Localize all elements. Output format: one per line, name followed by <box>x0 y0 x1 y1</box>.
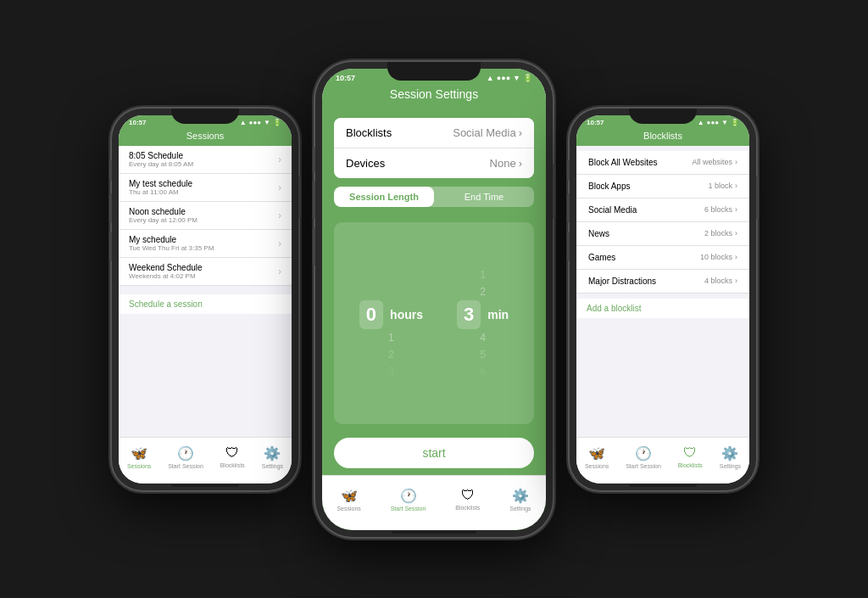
start-icon-right: 🕐 <box>635 445 652 461</box>
blocklist-item-3[interactable]: News 2 blocks › <box>576 222 749 246</box>
left-phone: 10:57 ▲ ●●● ▼ 🔋 Sessions 8:05 Schedule E… <box>112 109 298 490</box>
middle-screen: 10:57 ▲ ●●● ▼ 🔋 Session Settings Blockli… <box>322 69 546 530</box>
blocklists-label: Blocklists <box>346 126 392 139</box>
blocklist-val-2: 6 blocks › <box>704 205 737 214</box>
settings-icon-right: ⚙️ <box>721 445 738 461</box>
devices-row[interactable]: Devices None › <box>334 148 534 178</box>
tab-start-session[interactable]: 🕐 Start Session <box>168 445 203 469</box>
add-blocklist-action[interactable]: Add a blocklist <box>576 299 749 318</box>
blocklist-val-5: 4 blocks › <box>704 277 737 285</box>
devices-value: None › <box>490 157 522 170</box>
right-phone: 10:57 ▲ ●●● ▼ 🔋 Blocklists Block All Web… <box>570 109 756 490</box>
sessions-icon: 🦋 <box>131 445 147 461</box>
chevron-icon: › <box>278 182 281 193</box>
tab-label-sessions-right: Sessions <box>585 463 609 469</box>
home-indicator-middle <box>392 531 476 534</box>
tab-sessions[interactable]: 🦋 Sessions <box>127 445 151 469</box>
list-item[interactable]: Noon schedule Every day at 12:00 PM › <box>119 202 292 230</box>
left-screen: 10:57 ▲ ●●● ▼ 🔋 Sessions 8:05 Schedule E… <box>119 115 292 483</box>
tab-settings-right[interactable]: ⚙️ Settings <box>720 445 741 469</box>
tab-bar-middle: 🦋 Sessions 🕐 Start Session 🛡 Blocklists … <box>322 475 546 530</box>
hours-main-group: 0 <box>359 300 383 329</box>
tab-sessions-mid[interactable]: 🦋 Sessions <box>337 488 360 511</box>
left-header: Sessions <box>119 128 292 146</box>
status-icons-right: ▲ ●●● ▼ 🔋 <box>698 119 739 126</box>
tab-sessions-right[interactable]: 🦋 Sessions <box>585 445 609 469</box>
mins-below-3: 6 <box>480 363 486 380</box>
hours-picker[interactable]: 0 hours 1 2 3 <box>359 266 423 380</box>
sessions-icon-mid: 🦋 <box>341 488 358 504</box>
tab-label-start-right: Start Session <box>626 463 661 469</box>
blocklists-icon-right: 🛡 <box>683 445 697 461</box>
hours-below-1: 1 <box>388 329 394 346</box>
mins-below-1: 4 <box>480 329 486 346</box>
tab-label-settings-right: Settings <box>720 463 741 469</box>
blocklist-item-1[interactable]: Block Apps 1 block › <box>576 175 749 198</box>
separator <box>119 286 292 294</box>
middle-phone: 10:57 ▲ ●●● ▼ 🔋 Session Settings Blockli… <box>315 62 553 537</box>
list-item[interactable]: Weekend Schedule Weekends at 4:02 PM › <box>119 258 292 286</box>
notch-right <box>629 109 697 124</box>
schedule-action[interactable]: Schedule a session <box>119 294 292 314</box>
blocklist-val-1: 1 block › <box>708 182 737 190</box>
tab-label-start-mid: Start Session <box>391 506 426 511</box>
chevron-icon: › <box>735 229 737 238</box>
left-content: 8:05 Schedule Every day at 8:05 AM › My … <box>119 146 292 483</box>
mins-label: min <box>487 308 509 321</box>
schedule-sub-1: Thu at 11:00 AM <box>129 188 192 196</box>
session-toggle-group: Session Length End Time <box>334 187 534 207</box>
hours-value: 0 <box>366 302 376 327</box>
mins-value: 3 <box>464 302 474 327</box>
tab-bar-right: 🦋 Sessions 🕐 Start Session 🛡 Blocklists … <box>576 437 749 483</box>
picker-area[interactable]: 0 hours 1 2 3 1 2 <box>334 222 534 424</box>
tab-label-settings-mid: Settings <box>509 506 531 511</box>
list-item[interactable]: My test schedule Thu at 11:00 AM › <box>119 174 292 202</box>
status-time-left: 10:57 <box>129 119 146 126</box>
right-screen: 10:57 ▲ ●●● ▼ 🔋 Blocklists Block All Web… <box>576 115 749 483</box>
notch-left <box>171 109 239 124</box>
chevron-icon: › <box>278 210 281 221</box>
blocklist-item-2[interactable]: Social Media 6 blocks › <box>576 198 749 222</box>
mins-above-2: 2 <box>480 283 486 300</box>
toggle-end-time[interactable]: End Time <box>434 187 534 207</box>
tab-start-session-right[interactable]: 🕐 Start Session <box>626 445 661 469</box>
toggle-session-length[interactable]: Session Length <box>334 187 434 207</box>
hours-below-2: 2 <box>388 346 394 363</box>
tab-label-blocklists-mid: Blocklists <box>455 505 480 511</box>
schedule-title-0: 8:05 Schedule <box>129 151 193 160</box>
blocklists-row[interactable]: Blocklists Social Media › <box>334 118 534 148</box>
tab-start-session-mid[interactable]: 🕐 Start Session <box>391 488 426 511</box>
list-item[interactable]: 8:05 Schedule Every day at 8:05 AM › <box>119 146 292 174</box>
mins-above-1: 1 <box>480 266 486 283</box>
right-header: Blocklists <box>576 128 749 146</box>
blocklist-item-4[interactable]: Games 10 blocks › <box>576 246 749 270</box>
chevron-icon: › <box>278 265 281 277</box>
tab-blocklists[interactable]: 🛡 Blocklists <box>220 445 245 468</box>
tab-bar-left: 🦋 Sessions 🕐 Start Session 🛡 Blocklists … <box>119 437 292 483</box>
tab-settings-mid[interactable]: ⚙️ Settings <box>509 488 531 511</box>
tab-label-blocklists-right: Blocklists <box>678 462 703 468</box>
blocklist-item-0[interactable]: Block All Websites All websites › <box>576 151 749 175</box>
notch-middle <box>387 62 481 81</box>
right-content: Block All Websites All websites › Block … <box>576 146 749 483</box>
blocklist-item-5[interactable]: Major Distractions 4 blocks › <box>576 270 749 293</box>
chevron-icon: › <box>519 126 522 139</box>
status-icons-left: ▲ ●●● ▼ 🔋 <box>240 119 281 126</box>
settings-icon-mid: ⚙️ <box>512 488 529 504</box>
start-session-icon: 🕐 <box>177 445 194 461</box>
blocklists-value: Social Media › <box>453 126 522 139</box>
tab-label-settings: Settings <box>262 463 283 469</box>
phones-container: 10:57 ▲ ●●● ▼ 🔋 Sessions 8:05 Schedule E… <box>95 45 773 554</box>
tab-label-start: Start Session <box>168 463 203 469</box>
mins-picker[interactable]: 1 2 3 min 4 5 6 <box>457 266 509 380</box>
schedule-title-1: My test schedule <box>129 179 192 188</box>
blocklist-val-3: 2 blocks › <box>704 229 737 238</box>
tab-blocklists-right[interactable]: 🛡 Blocklists <box>678 445 703 468</box>
settings-icon: ⚙️ <box>264 445 281 461</box>
devices-label: Devices <box>346 157 385 170</box>
status-time-middle: 10:57 <box>336 74 355 82</box>
start-button[interactable]: start <box>334 438 534 468</box>
tab-blocklists-mid[interactable]: 🛡 Blocklists <box>455 488 480 511</box>
list-item[interactable]: My schedule Tue Wed Thu Fri at 3:35 PM › <box>119 230 292 258</box>
tab-settings[interactable]: ⚙️ Settings <box>262 445 283 469</box>
